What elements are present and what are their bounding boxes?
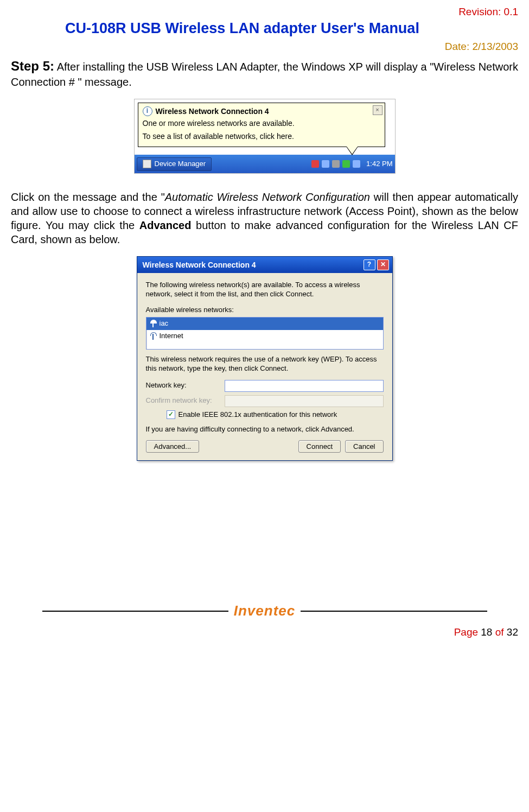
page-label: Page [454,626,478,638]
ieee-checkbox-row[interactable]: ✓ Enable IEEE 802.1x authentication for … [167,410,384,420]
step5-text: After installing the USB Wireless LAN Ad… [11,61,518,87]
available-label: Available wireless networks: [146,306,384,315]
wireless-dialog: Wireless Network Connection 4 ? ✕ The fo… [137,256,393,461]
inventec-logo: Inventec [234,602,296,620]
balloon-title: Wireless Network Connection 4 [156,106,269,116]
of-label: of [495,626,504,638]
balloon-line2: To see a list of available networks, cli… [143,131,380,141]
page-total: 32 [507,626,518,638]
antenna-icon [150,320,156,327]
page-num: 18 [481,626,492,638]
taskbar-button-device-manager[interactable]: Device Manager [137,157,212,171]
footer-rule-right [301,611,487,612]
taskbar: Device Manager 1:42 PM [135,155,395,173]
para2-a: Click on the message and the " [11,191,165,203]
balloon-title-row: i Wireless Network Connection 4 [143,106,380,116]
help-icon[interactable]: ? [364,259,375,270]
footer: Inventec Page 18 of 32 [11,602,518,639]
tray-icon[interactable] [332,160,340,168]
system-tray: 1:42 PM [311,160,392,169]
date-label: Date: [445,41,469,52]
page-number: Page 18 of 32 [11,626,518,639]
balloon-line1: One or more wireless networks are availa… [143,118,380,128]
close-icon[interactable]: × [373,105,383,115]
confirm-key-input [225,395,384,407]
revision-value: 0.1 [504,6,518,17]
footer-rule-left [42,611,228,612]
paragraph-2: Click on the message and the "Automatic … [11,190,518,246]
network-name: Internet [160,332,183,341]
button-row: Advanced... Connect Cancel [146,440,384,453]
network-key-label: Network key: [146,381,225,390]
close-icon[interactable]: ✕ [377,259,389,270]
dialog-intro: The following wireless network(s) are av… [146,281,384,299]
date-value: 2/13/2003 [472,41,518,52]
advanced-button[interactable]: Advanced... [146,440,200,453]
confirm-key-label: Confirm network key: [146,396,225,405]
dialog-titlebar: Wireless Network Connection 4 ? ✕ [137,257,392,273]
wep-text: This wireless network requires the use o… [146,355,384,373]
tray-icon[interactable] [342,160,350,168]
network-list[interactable]: iac Internet [146,317,384,350]
figure-balloon: × i Wireless Network Connection 4 One or… [11,99,518,174]
taskbar-button-label: Device Manager [155,160,206,169]
date-line: Date: 2/13/2003 [11,40,518,54]
document-title: CU-108R USB Wireless LAN adapter User's … [11,19,518,38]
checkbox-icon[interactable]: ✓ [167,410,175,419]
tray-icon[interactable] [353,160,360,168]
revision-label: Revision: [458,6,501,17]
tray-icon[interactable] [322,160,329,168]
dialog-title: Wireless Network Connection 4 [143,260,256,270]
network-name: iac [160,319,169,328]
confirm-key-row: Confirm network key: [146,395,384,407]
tray-icon[interactable] [311,160,319,168]
info-icon: i [143,106,152,116]
notification-balloon[interactable]: × i Wireless Network Connection 4 One or… [138,103,385,148]
revision-line: Revision: 0.1 [11,5,518,19]
figure-dialog: Wireless Network Connection 4 ? ✕ The fo… [11,256,518,461]
ieee-checkbox-label: Enable IEEE 802.1x authentication for th… [179,410,337,420]
network-key-input[interactable] [225,380,384,392]
advanced-hint: If you are having difficulty connecting … [146,425,384,434]
step5-heading: Step 5: [11,59,54,73]
antenna-icon [150,332,156,340]
network-key-row: Network key: [146,380,384,392]
balloon-screenshot: × i Wireless Network Connection 4 One or… [134,99,396,174]
connect-button[interactable]: Connect [298,440,341,453]
cancel-button[interactable]: Cancel [345,440,383,453]
dialog-body: The following wireless network(s) are av… [137,273,392,460]
network-item-internet[interactable]: Internet [146,330,383,342]
device-manager-icon [143,160,151,168]
network-item-iac[interactable]: iac [146,318,383,330]
para2-italic: Automatic Wireless Network Configuration [165,191,370,203]
clock: 1:42 PM [363,160,392,169]
para2-bold: Advanced [139,219,192,231]
step5-paragraph: Step 5: After installing the USB Wireles… [11,58,518,88]
